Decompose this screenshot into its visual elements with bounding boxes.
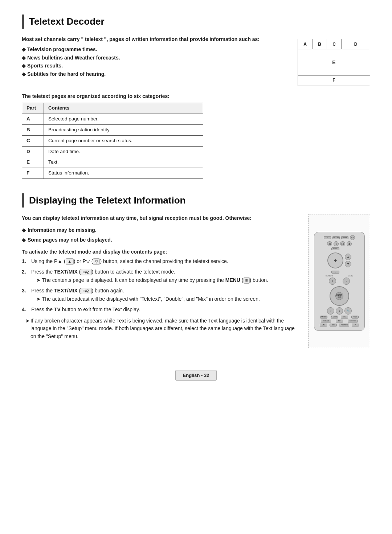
step-2: 2. Press the TEXT/MIX (≡/⊘) button to ac… <box>22 268 301 284</box>
bullet-4: Subtitles for the hard of hearing. <box>22 70 287 78</box>
remote-text-row: TEXT/MIX PIP SOURCE <box>319 320 360 323</box>
section1-intro: Most set channels carry " teletext ", pa… <box>22 35 287 43</box>
page-number-badge: English - 32 <box>175 370 217 381</box>
remote-illustration: TV CH.LIST SLEEP REC ◀◀ ■ ▶‖ ▶▶ MUTE <box>309 214 370 348</box>
diagram-bottom: F <box>298 75 370 84</box>
table-cell-contents: Current page number or search status. <box>44 135 203 146</box>
step-4-num: 4. <box>22 306 29 313</box>
teletext-diagram: A B C D E F <box>298 39 370 86</box>
section1-title: Teletext Decoder <box>22 15 370 29</box>
btn-exit: ✕ <box>343 278 350 285</box>
btn-ch-up: ▲ <box>345 254 351 260</box>
nav-circle: ENTER /OK <box>330 286 349 306</box>
btn-dual: UAL <box>320 324 327 326</box>
diagram-cell-c: C <box>327 39 342 49</box>
btn-still: STILL <box>341 316 348 319</box>
table-cell-contents: Broadcasting station identity. <box>44 124 203 135</box>
table-header-row: Part Contents <box>22 103 203 114</box>
section2-note: If any broken character appears while Te… <box>25 317 301 341</box>
btn-chlist: CH.LIST <box>332 236 340 239</box>
btn-textmix: TEXT/MIX <box>321 320 331 323</box>
section1-intro-block: Most set channels carry " teletext ", pa… <box>22 35 287 86</box>
table-head: Part Contents <box>22 103 203 114</box>
s2-bullet-1: Information may be missing. <box>22 226 301 234</box>
table-cell-contents: Status information. <box>44 168 203 179</box>
btn-smode: S.MODE <box>331 316 338 319</box>
table-note: The teletext pages are organized accordi… <box>22 93 370 99</box>
btn-ch-dn: ▼ <box>345 261 351 267</box>
btn-pip: PIP <box>336 320 343 323</box>
bullet-1: Television programme times. <box>22 45 287 53</box>
parts-table: Part Contents ASelected page number.BBro… <box>22 103 203 179</box>
step-3-sub: The actual broadcast will be displayed w… <box>36 295 301 303</box>
btn-position: POSITION <box>339 324 349 326</box>
table-row: FStatus information. <box>22 168 203 179</box>
table-cell-part: B <box>22 124 44 135</box>
btn-play: ▶‖ <box>340 241 345 246</box>
table-row: EText. <box>22 157 203 168</box>
btn-srs: SRS <box>330 324 337 326</box>
btn-tools: 🔧 <box>344 307 352 315</box>
remote-vol-row: MUTE + – ▲ ▼ <box>317 247 362 274</box>
btn-pmode: P.MODE <box>320 316 327 319</box>
table-cell-part: D <box>22 146 44 157</box>
remote-return-row: ↩ ℹ 🔧 <box>317 307 362 315</box>
step-4: 4. Press the TV button to exit from the … <box>22 306 301 313</box>
col-part: Part <box>22 103 44 114</box>
vol-label: – <box>331 271 339 274</box>
nav-enter: ENTER /OK <box>335 292 343 300</box>
table-row: DDate and time. <box>22 146 203 157</box>
diagram-cell-a: A <box>298 39 313 49</box>
remote-mode-row: P.MODE S.MODE STILL P.SIZE <box>319 316 360 319</box>
table-cell-part: E <box>22 157 44 168</box>
btn-ff: ▶▶ <box>347 241 352 246</box>
table-row: BBroadcasting station identity. <box>22 124 203 135</box>
table-row: CCurrent page number or search status. <box>22 135 203 146</box>
btn-psize: P.SIZE <box>351 316 359 319</box>
btn-menu: ≡ <box>329 278 336 285</box>
menu-label-row: MENU/③ EXIT● <box>318 275 361 277</box>
step-1: 1. Using the P▲ (▲) or P▽ (▽) button, se… <box>22 258 301 265</box>
diagram-top-row: A B C D <box>298 39 370 49</box>
btn-p: P <box>352 324 359 326</box>
bullet-3: Sports results. <box>22 62 287 70</box>
step-2-sub: The contents page is displayed. It can b… <box>36 276 301 284</box>
remote-menu-row: ≡ ✕ <box>317 278 362 285</box>
btn-stop: ■ <box>334 241 339 246</box>
footer: English - 32 <box>22 370 370 381</box>
diagram-cell-d: D <box>342 39 370 49</box>
section1-top-content: Most set channels carry " teletext ", pa… <box>22 35 370 86</box>
table-cell-part: F <box>22 168 44 179</box>
steps-list: 1. Using the P▲ (▲) or P▽ (▽) button, se… <box>22 258 301 313</box>
step-3: 3. Press the TEXT/MIX (≡/⊘) button again… <box>22 287 301 303</box>
btn-tv: TV <box>324 236 331 239</box>
remote-media-row: ◀◀ ■ ▶‖ ▶▶ <box>317 241 362 246</box>
table-cell-part: A <box>22 114 44 124</box>
section2-text-block: You can display teletext information at … <box>22 214 301 348</box>
btn-mute: MUTE <box>331 247 339 250</box>
vol-up-btn: + <box>327 252 343 268</box>
remote-control: TV CH.LIST SLEEP REC ◀◀ ■ ▶‖ ▶▶ MUTE <box>314 232 365 331</box>
btn-return: ↩ <box>327 307 334 315</box>
diagram-center: E <box>298 49 370 75</box>
btn-info: ℹ <box>336 307 343 315</box>
step-3-content: Press the TEXT/MIX (≡/⊘) button again. T… <box>31 287 301 303</box>
table-cell-contents: Selected page number. <box>44 114 203 124</box>
btn-sleep: SLEEP <box>341 236 348 239</box>
step-4-content: Press the TV button to exit from the Tex… <box>31 306 301 313</box>
table-row: ASelected page number. <box>22 114 203 124</box>
section-teletext-decoder: Teletext Decoder Most set channels carry… <box>22 15 370 179</box>
btn-rew: ◀◀ <box>327 241 332 246</box>
step-2-content: Press the TEXT/MIX (≡/⊘) button to activ… <box>31 268 301 284</box>
step-1-content: Using the P▲ (▲) or P▽ (▽) button, selec… <box>31 258 301 265</box>
table-cell-contents: Date and time. <box>44 146 203 157</box>
activate-title: To activate the teletext mode and displa… <box>22 249 301 255</box>
step-1-num: 1. <box>22 258 29 265</box>
table-body: ASelected page number.BBroadcasting stat… <box>22 114 203 178</box>
table-cell-contents: Text. <box>44 157 203 168</box>
btn-rec: REC <box>350 235 355 240</box>
section2-intro: You can display teletext information at … <box>22 214 301 222</box>
section2-title: Displaying the Teletext Information <box>22 193 370 208</box>
bullet-2: News bulletins and Weather forecasts. <box>22 54 287 62</box>
diagram-cell-b: B <box>313 39 327 49</box>
